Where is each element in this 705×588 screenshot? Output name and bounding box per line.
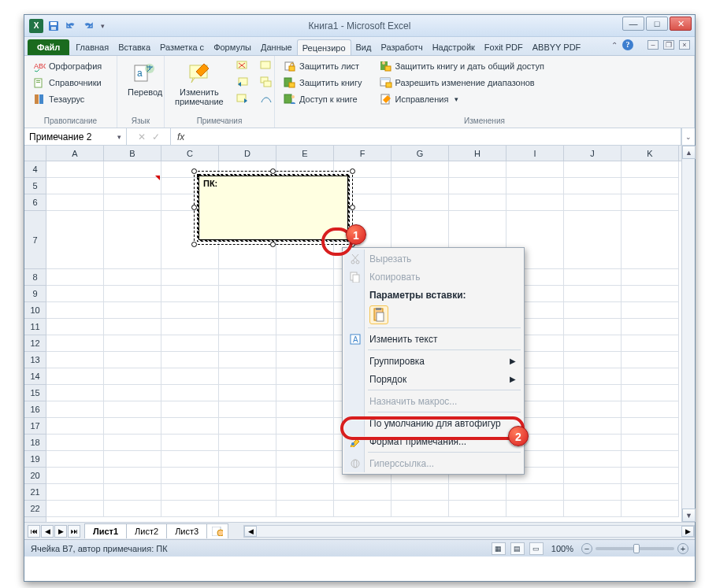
row-header[interactable]: 21	[24, 484, 46, 501]
resize-handle-nw[interactable]	[191, 168, 197, 174]
edit-comment-button[interactable]: Изменить примечание	[169, 58, 229, 115]
minimize-button[interactable]: —	[622, 17, 644, 31]
formula-input[interactable]	[191, 131, 674, 142]
cancel-formula-icon[interactable]: ✕	[138, 131, 146, 142]
workbook-close-button[interactable]: ×	[679, 40, 690, 50]
tab-review[interactable]: Рецензиро	[297, 39, 351, 55]
row-header[interactable]: 14	[24, 368, 46, 385]
tab-home[interactable]: Главная	[71, 39, 113, 55]
column-header[interactable]: A	[46, 146, 104, 161]
column-header[interactable]: H	[449, 146, 506, 161]
column-header[interactable]: G	[391, 146, 449, 161]
translate-button[interactable]: a Перевод	[122, 58, 168, 115]
row-header[interactable]: 17	[24, 418, 46, 435]
workbook-restore-button[interactable]: ❐	[663, 40, 674, 50]
protect-sheet-button[interactable]: Защитить лист	[280, 58, 366, 74]
resize-handle-w[interactable]	[191, 205, 197, 210]
show-ink-button[interactable]	[256, 91, 276, 107]
sheet-nav-next-icon[interactable]: ▶	[54, 525, 67, 538]
sheet-nav-last-icon[interactable]: ⏭	[68, 525, 80, 538]
spelling-button[interactable]: ABC Орфография	[29, 58, 106, 74]
menu-grouping[interactable]: Группировка▶	[344, 352, 522, 370]
view-normal-button[interactable]: ▦	[492, 542, 506, 555]
row-header[interactable]: 15	[24, 385, 46, 401]
file-tab[interactable]: Файл	[28, 39, 69, 55]
tab-view[interactable]: Вид	[351, 39, 377, 55]
sheet-tab[interactable]: Лист3	[166, 523, 207, 538]
row-header[interactable]: 19	[24, 451, 46, 468]
menu-assign-macro[interactable]: Назначить макрос...	[344, 392, 522, 410]
scroll-left-icon[interactable]: ◀	[244, 526, 257, 537]
zoom-in-button[interactable]: +	[677, 543, 688, 554]
track-changes-button[interactable]: Исправления▾	[376, 91, 548, 107]
tab-foxit[interactable]: Foxit PDF	[480, 39, 528, 55]
row-header[interactable]: 20	[24, 468, 46, 484]
tab-insert[interactable]: Вставка	[113, 39, 155, 55]
menu-default-autoshape[interactable]: По умолчанию для автофигур	[344, 414, 522, 432]
menu-copy[interactable]: Копировать	[344, 268, 522, 286]
protect-share-button[interactable]: Защитить книгу и дать общий доступ	[376, 58, 548, 74]
sheet-tab[interactable]: Лист1	[84, 523, 127, 538]
allow-ranges-button[interactable]: Разрешить изменение диапазонов	[376, 75, 548, 91]
row-header[interactable]: 9	[24, 286, 46, 302]
column-header[interactable]: B	[104, 146, 161, 161]
zoom-slider[interactable]	[596, 547, 674, 550]
menu-paste-option[interactable]	[344, 304, 522, 326]
row-header[interactable]: 4	[24, 161, 46, 178]
show-all-comments-button[interactable]	[256, 75, 276, 91]
row-header[interactable]: 22	[24, 501, 46, 517]
help-icon[interactable]: ?	[622, 39, 633, 50]
qat-customize-icon[interactable]: ▾	[98, 19, 106, 33]
menu-hyperlink[interactable]: Гиперссылка...	[344, 454, 522, 472]
enter-formula-icon[interactable]: ✓	[152, 131, 160, 142]
fx-icon[interactable]: fx	[177, 131, 184, 142]
resize-handle-n[interactable]	[270, 168, 276, 174]
menu-format-comment[interactable]: Формат примечания...	[344, 432, 522, 450]
row-header[interactable]: 10	[24, 302, 46, 319]
research-button[interactable]: Справочники	[29, 75, 106, 91]
row-header[interactable]: 13	[24, 352, 46, 368]
sheet-tab[interactable]: Лист2	[126, 523, 167, 538]
column-header[interactable]: C	[161, 146, 219, 161]
row-header[interactable]: 8	[24, 269, 46, 286]
new-sheet-button[interactable]	[206, 523, 228, 538]
sheet-nav-prev-icon[interactable]: ◀	[41, 525, 54, 538]
row-header[interactable]: 16	[24, 401, 46, 418]
resize-handle-s[interactable]	[270, 242, 276, 247]
horizontal-scrollbar[interactable]: ◀ ▶	[243, 525, 695, 538]
next-comment-button[interactable]	[232, 91, 253, 107]
menu-order[interactable]: Порядок▶	[344, 370, 522, 388]
name-box[interactable]: Примечание 2 ▾	[24, 128, 127, 145]
redo-icon[interactable]	[81, 19, 95, 33]
prev-comment-button[interactable]	[232, 75, 253, 91]
sheet-nav-first-icon[interactable]: ⏮	[28, 525, 40, 538]
vertical-scrollbar[interactable]: ▲ ▼	[681, 146, 695, 522]
tab-pagelayout[interactable]: Разметка с	[155, 39, 209, 55]
view-pagebreak-button[interactable]: ▭	[529, 542, 544, 555]
menu-cut[interactable]: Вырезать	[344, 250, 522, 268]
ribbon-minimize-icon[interactable]: ⌃	[611, 41, 618, 50]
menu-edit-text[interactable]: A Изменить текст	[344, 330, 522, 348]
formula-bar-expand-icon[interactable]: ⌄	[681, 128, 695, 145]
tab-formulas[interactable]: Формулы	[209, 39, 256, 55]
maximize-button[interactable]: □	[646, 17, 668, 31]
row-header[interactable]: 18	[24, 435, 46, 451]
comment-box[interactable]: ПК:	[199, 176, 348, 240]
resize-handle-e[interactable]	[350, 205, 355, 210]
share-workbook-button[interactable]: Доступ к книге	[280, 91, 366, 107]
scroll-down-icon[interactable]: ▼	[682, 508, 696, 522]
select-all-cell[interactable]	[24, 146, 46, 161]
save-icon[interactable]	[46, 19, 61, 33]
column-header[interactable]: F	[334, 146, 391, 161]
tab-developer[interactable]: Разработч	[376, 39, 427, 55]
thesaurus-button[interactable]: Тезаурус	[29, 91, 106, 107]
tab-data[interactable]: Данные	[256, 39, 297, 55]
scroll-right-icon[interactable]: ▶	[681, 526, 694, 537]
show-comment-button[interactable]	[256, 58, 276, 74]
close-button[interactable]: ✕	[670, 17, 692, 31]
view-pagelayout-button[interactable]: ▤	[510, 542, 525, 555]
row-header[interactable]: 11	[24, 319, 46, 335]
column-header[interactable]: K	[622, 146, 679, 161]
row-header[interactable]: 6	[24, 194, 46, 211]
resize-handle-ne[interactable]	[350, 168, 355, 174]
